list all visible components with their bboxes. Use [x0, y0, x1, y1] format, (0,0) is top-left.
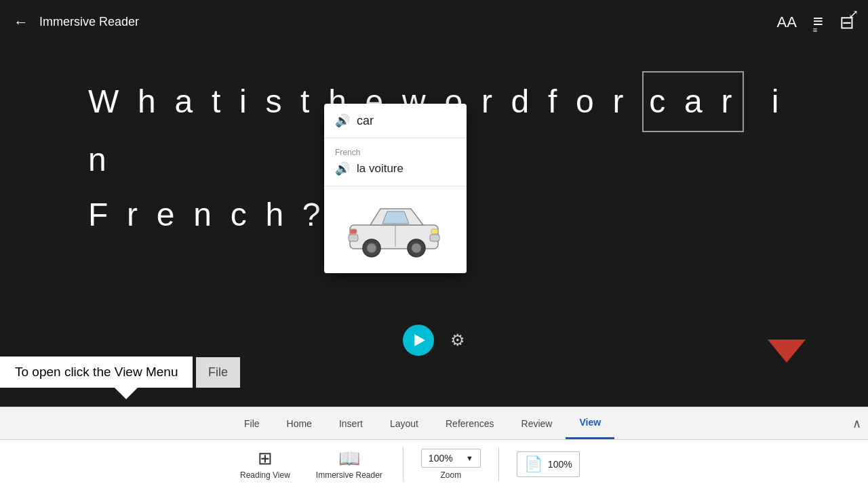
svg-rect-3	[349, 235, 358, 241]
word-audio-icon[interactable]: 🔊	[335, 113, 350, 128]
expand-icon[interactable]: ⤢	[848, 7, 859, 22]
text-line2: F r e n c h ?	[88, 197, 326, 232]
tooltip-bar: To open click the View Menu File	[0, 357, 240, 388]
popup-translation-section: French 🔊 la voiture	[324, 138, 467, 186]
svg-point-7	[412, 243, 421, 253]
tab-home[interactable]: Home	[273, 407, 326, 439]
text-spacing-icon[interactable]: ≡≡	[813, 12, 823, 33]
ribbon-collapse-chevron[interactable]: ∧	[852, 416, 861, 431]
tab-bar: File Home Insert Layout References Revie…	[0, 407, 868, 439]
tab-references[interactable]: References	[432, 407, 508, 439]
ribbon-content: ⊞ Reading View 📖 Immersive Reader 100% ▼…	[0, 439, 868, 488]
immersive-reader-button[interactable]: 📖 Immersive Reader	[307, 445, 392, 483]
zoom-page-value: 100%	[548, 459, 572, 470]
tooltip-arrow	[114, 387, 138, 399]
popup-word: car	[357, 114, 374, 128]
tab-review[interactable]: Review	[508, 407, 566, 439]
zoom-dropdown[interactable]: 100% ▼	[421, 449, 481, 468]
zoom-dropdown-arrow: ▼	[466, 454, 473, 462]
popup-translation: la voiture	[357, 162, 403, 176]
back-button[interactable]: ←	[14, 15, 28, 30]
top-bar: ← Immersive Reader AA ≡≡ ⊟	[0, 0, 868, 44]
zoom-page-icon: 📄	[524, 455, 542, 473]
ribbon-separator	[403, 447, 403, 481]
play-icon	[414, 334, 425, 346]
ribbon-separator-2	[498, 447, 499, 481]
zoom-page-section: 📄 100%	[510, 451, 587, 477]
svg-point-9	[367, 243, 376, 253]
tab-file[interactable]: File	[231, 407, 273, 439]
play-button[interactable]	[403, 325, 434, 356]
tooltip-text: To open click the View Menu	[0, 357, 193, 388]
reading-view-label: Reading View	[240, 470, 290, 480]
svg-rect-5	[350, 229, 357, 234]
tooltip-file-label: File	[196, 357, 240, 388]
playback-controls: ⚙	[403, 325, 465, 356]
svg-rect-4	[431, 229, 438, 234]
tab-insert[interactable]: Insert	[326, 407, 376, 439]
page-title: Immersive Reader	[39, 15, 139, 29]
highlighted-word[interactable]: c a r	[642, 71, 743, 132]
immersive-reader-icon: 📖	[338, 448, 360, 469]
main-content: W h a t i s t h e w o r d f o r c a r i …	[0, 44, 868, 363]
popup-word-section: 🔊 car	[324, 104, 467, 138]
popup-image	[324, 186, 467, 273]
settings-icon[interactable]: ⚙	[450, 331, 465, 350]
font-size-icon[interactable]: AA	[776, 15, 796, 30]
zoom-section: 100% ▼ Zoom	[414, 449, 488, 480]
translation-audio-icon[interactable]: 🔊	[335, 161, 350, 176]
immersive-reader-label: Immersive Reader	[316, 470, 382, 480]
ribbon-down-arrow[interactable]	[768, 340, 806, 363]
zoom-page-display: 📄 100%	[517, 451, 580, 477]
dictionary-popup: 🔊 car French 🔊 la voiture	[324, 104, 467, 273]
zoom-value: 100%	[429, 453, 453, 464]
car-illustration	[343, 199, 448, 260]
reading-view-button[interactable]: ⊞ Reading View	[231, 445, 300, 483]
svg-rect-2	[430, 235, 439, 241]
translation-lang: French	[335, 148, 456, 157]
tab-view[interactable]: View	[566, 407, 614, 439]
reading-view-icon: ⊞	[258, 448, 273, 469]
zoom-label: Zoom	[441, 470, 462, 480]
tab-layout[interactable]: Layout	[376, 407, 432, 439]
